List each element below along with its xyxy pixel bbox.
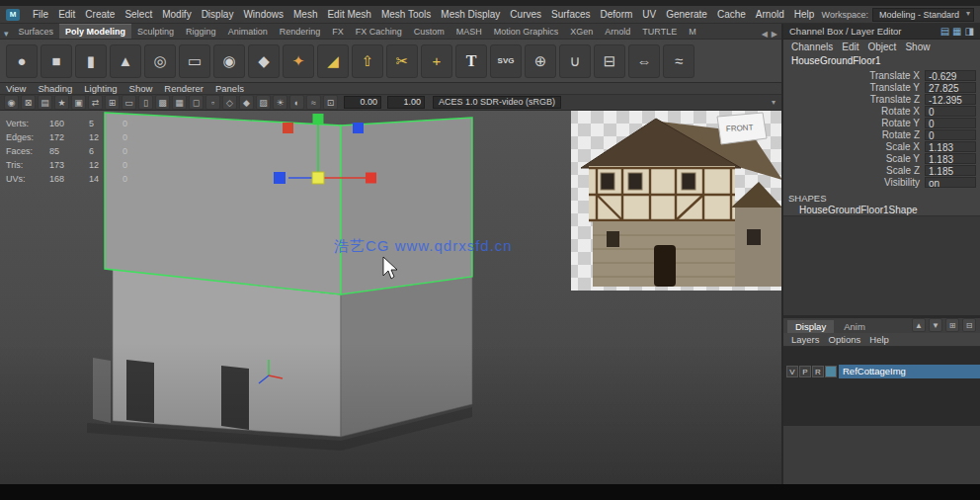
channel-box-menu-item[interactable]: Show: [905, 42, 930, 52]
viewport-canvas[interactable]: Verts:16050 Edges:172120 Faces:8560 Tris…: [0, 111, 781, 484]
channel-row[interactable]: Rotate X 0: [783, 105, 976, 117]
multi-cut-icon[interactable]: ✂: [386, 44, 418, 78]
text-tool-icon[interactable]: T: [455, 44, 487, 78]
menubar-item[interactable]: Surfaces: [546, 9, 595, 20]
layer-editor-menu-item[interactable]: Help: [869, 334, 889, 345]
channel-row[interactable]: Rotate Y 0: [783, 117, 976, 128]
film-gate-icon[interactable]: ▭: [122, 95, 136, 110]
shelf-tab[interactable]: FX: [326, 25, 350, 39]
reference-image-plane[interactable]: FRONT: [571, 111, 781, 291]
layer-display-type-toggle[interactable]: R: [812, 366, 824, 377]
workspace-value[interactable]: Modeling - Standard: [872, 8, 974, 22]
shelf-tab[interactable]: Animation: [222, 25, 274, 39]
layer-visibility-toggle[interactable]: V: [786, 366, 798, 377]
viewport-menu-item[interactable]: Panels: [215, 83, 244, 94]
exposure-field[interactable]: 0.00: [344, 96, 381, 109]
lighting-icon[interactable]: ☀: [273, 95, 287, 110]
extrude-icon[interactable]: ⇧: [352, 44, 383, 78]
move-layer-down-icon[interactable]: ▼: [929, 318, 942, 332]
channel-row[interactable]: Scale X 1.183: [783, 140, 976, 152]
shelf-tab[interactable]: Rendering: [274, 25, 327, 39]
channel-label[interactable]: Scale X: [886, 141, 920, 152]
menubar-item[interactable]: Generate: [661, 9, 712, 20]
viewport-menu-item[interactable]: Show: [129, 83, 153, 94]
model-selected-box[interactable]: [105, 113, 472, 294]
poly-torus-icon[interactable]: ◎: [144, 44, 176, 78]
menubar-item[interactable]: Deform: [596, 9, 638, 20]
platonic-solid-icon[interactable]: ◆: [248, 44, 280, 78]
new-layer-from-selected-icon[interactable]: ⊟: [962, 318, 976, 332]
layer-color-swatch[interactable]: [825, 366, 837, 377]
menubar-item[interactable]: Select: [120, 9, 157, 20]
menubar-item[interactable]: UV: [637, 9, 661, 20]
wireframe-icon[interactable]: ◇: [222, 95, 237, 110]
pan-zoom-icon[interactable]: ⇄: [88, 95, 103, 110]
menubar-item[interactable]: Arnold: [751, 9, 789, 20]
bevel-icon[interactable]: ◢: [317, 44, 349, 78]
menubar-item[interactable]: Cache: [712, 9, 751, 20]
channel-value-field[interactable]: on: [925, 177, 976, 188]
channel-row[interactable]: Visibility on: [783, 176, 976, 188]
shelf-tab[interactable]: Rigging: [180, 25, 222, 39]
field-chart-icon[interactable]: ▦: [172, 95, 187, 110]
camera-attributes-icon[interactable]: ▤: [38, 95, 52, 110]
mirror-icon[interactable]: ⇔: [628, 44, 660, 78]
new-empty-layer-icon[interactable]: ⊞: [945, 318, 959, 332]
channel-value-field[interactable]: -12.395: [925, 94, 976, 105]
shelf-tab[interactable]: MASH: [450, 25, 488, 39]
poly-disc-icon[interactable]: ◉: [213, 44, 245, 78]
viewport-menu-item[interactable]: Lighting: [84, 83, 117, 94]
gamma-field[interactable]: 1.00: [387, 96, 425, 109]
target-weld-icon[interactable]: +: [421, 44, 452, 78]
channel-box-menu-item[interactable]: Edit: [842, 42, 858, 52]
svg-tool-icon[interactable]: SVG: [490, 44, 522, 78]
shape-node-name[interactable]: HouseGroundFloor1Shape: [783, 204, 980, 215]
menubar-item[interactable]: Edit Mesh: [322, 9, 375, 20]
menubar-item[interactable]: Mesh Tools: [376, 9, 436, 20]
combine-icon[interactable]: ∪: [559, 44, 591, 78]
shelf-tab[interactable]: Surfaces: [13, 25, 60, 39]
RefCottageImg[interactable]: V P R RefCottageImg: [783, 365, 980, 378]
channel-value-field[interactable]: 0: [925, 129, 976, 140]
menubar-item[interactable]: Edit: [53, 9, 80, 20]
shelf-tab[interactable]: Custom: [408, 25, 450, 39]
viewport-menu-item[interactable]: Renderer: [164, 83, 204, 94]
channel-label[interactable]: Translate Z: [870, 94, 920, 105]
shelf-scroll-left-icon[interactable]: ◀: [762, 30, 768, 39]
resolution-gate-icon[interactable]: ▯: [138, 95, 153, 110]
safe-action-icon[interactable]: ◻: [189, 95, 204, 110]
safe-title-icon[interactable]: ▫: [205, 95, 220, 110]
move-layer-up-icon[interactable]: ▲: [912, 318, 926, 332]
smooth-icon[interactable]: ≈: [663, 44, 694, 78]
toolbar-overflow-icon[interactable]: ▾: [772, 98, 777, 107]
viewport-menu-item[interactable]: Shading: [38, 83, 72, 94]
viewport-menu-item[interactable]: View: [6, 83, 26, 94]
shelf-tab[interactable]: XGen: [564, 25, 599, 39]
isolate-select-icon[interactable]: ⊡: [323, 95, 338, 110]
channel-value-field[interactable]: -0.629: [925, 70, 976, 81]
menubar-item[interactable]: File: [28, 9, 53, 20]
menubar-item[interactable]: Create: [80, 9, 120, 20]
channel-label[interactable]: Rotate X: [881, 106, 920, 117]
channel-value-field[interactable]: 0: [925, 106, 976, 117]
channel-box-menu-item[interactable]: Channels: [791, 42, 833, 52]
model-lower-storey[interactable]: [93, 269, 472, 437]
menubar-item[interactable]: Display: [197, 9, 239, 20]
boolean-union-icon[interactable]: ⊕: [525, 44, 556, 78]
separate-icon[interactable]: ⊟: [594, 44, 625, 78]
channel-label[interactable]: Translate Y: [869, 82, 920, 93]
shelf-tab[interactable]: Poly Modeling: [59, 24, 131, 39]
layer-editor-toggle-icon[interactable]: ▦: [952, 27, 961, 37]
channel-label[interactable]: Rotate Z: [882, 129, 920, 140]
selected-object-name[interactable]: HouseGroundFloor1: [783, 54, 980, 67]
grid-icon[interactable]: ⊞: [105, 95, 120, 110]
shelf-tab[interactable]: Arnold: [599, 25, 636, 39]
channel-row[interactable]: Translate Y 27.825: [783, 81, 976, 93]
bookmarks-icon[interactable]: ★: [54, 95, 69, 110]
channel-box-menu-item[interactable]: Object: [868, 42, 897, 52]
channel-label[interactable]: Scale Y: [886, 153, 920, 164]
poly-cone-icon[interactable]: ▲: [110, 44, 141, 78]
channel-label[interactable]: Visibility: [884, 177, 920, 188]
channel-value-field[interactable]: 0: [925, 118, 976, 128]
layer-playback-toggle[interactable]: P: [799, 366, 811, 377]
